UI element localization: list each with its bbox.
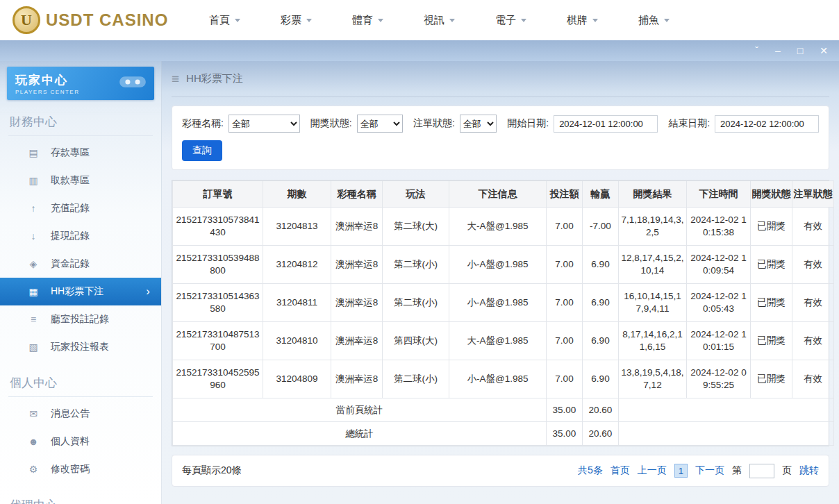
column-header: 下注信息: [449, 181, 547, 208]
cell: 31204813: [263, 208, 331, 246]
search-button[interactable]: 查詢: [182, 140, 222, 161]
column-header: 玩法: [383, 181, 449, 208]
lottery-label: 彩種名稱:: [182, 117, 224, 130]
cell: 2152173310573841430: [173, 208, 263, 246]
main-panel: ≡ HH彩票下注 彩種名稱: 全部 開獎狀態: 全部 注單狀態: 全部 開始日期…: [162, 61, 839, 504]
end-date-label: 結束日期:: [668, 117, 710, 130]
cell: 已開獎: [751, 208, 792, 246]
per-page-label: 每頁顯示20條: [182, 464, 242, 477]
next-page-link[interactable]: 下一页: [695, 464, 724, 477]
total-label: 總統計: [173, 422, 547, 446]
total-label: 當前頁統計: [173, 398, 547, 422]
filter-panel: 彩種名稱: 全部 開獎狀態: 全部 注單狀態: 全部 開始日期: 結束日期: 查…: [172, 106, 829, 170]
cell: 已開獎: [751, 246, 792, 284]
gamepad-icon: [119, 74, 146, 92]
sidebar-item[interactable]: ▥取款專區: [0, 167, 161, 194]
sidebar-item-label: 消息公告: [51, 408, 90, 420]
sidebar-item[interactable]: ≡廳室投註記錄: [0, 305, 161, 333]
nav-item[interactable]: 體育: [352, 14, 383, 27]
nav-item[interactable]: 電子: [495, 14, 526, 27]
cell: 31204811: [263, 284, 331, 322]
close-icon[interactable]: ✕: [820, 46, 828, 56]
nav-item[interactable]: 棋牌: [567, 14, 598, 27]
lottery-select[interactable]: 全部: [229, 115, 300, 133]
cell: 第二球(小): [383, 284, 449, 322]
sidebar-item[interactable]: ⚙修改密碼: [0, 455, 161, 483]
jump-link[interactable]: 跳转: [799, 464, 819, 477]
nav-item-label: 彩票: [281, 14, 301, 27]
start-date-label: 開始日期:: [507, 117, 549, 130]
cell: 12,8,17,4,15,2,10,14: [619, 246, 687, 284]
nav-item[interactable]: 彩票: [281, 14, 312, 27]
content-area: 玩家中心 PLAYERS CENTER 財務中心▤存款專區▥取款專區↑充值記錄↓…: [0, 61, 839, 504]
cell: 澳洲幸运8: [331, 322, 383, 360]
total-row: 總統計35.0020.60: [173, 422, 834, 446]
cell: 6.90: [583, 284, 619, 322]
sidebar-item[interactable]: ↓提現記錄: [0, 222, 161, 250]
players-center-title: 玩家中心: [15, 72, 79, 88]
pager: 共5条 首页 上一页 1 下一页 第 页 跳转: [578, 464, 819, 478]
start-date-input[interactable]: [554, 115, 658, 133]
draw-status-label: 開獎狀態:: [310, 117, 352, 130]
cell: 7.00: [547, 360, 583, 398]
column-header: 下注時間: [687, 181, 751, 208]
collapse-icon[interactable]: ˇ: [755, 46, 758, 56]
chevron-down-icon: [378, 19, 383, 22]
total-winloss: 20.60: [583, 398, 619, 422]
sidebar-item[interactable]: ☻個人資料: [0, 428, 161, 455]
first-page-link[interactable]: 首页: [610, 464, 630, 477]
cell: 2024-12-02 09:55:25: [687, 360, 751, 398]
minimize-icon[interactable]: –: [775, 46, 781, 56]
sidebar-item[interactable]: ↑充值記錄: [0, 194, 161, 222]
sidebar-item-label: 充值記錄: [51, 202, 90, 215]
menu-icon[interactable]: ≡: [172, 72, 179, 87]
cell: 已開獎: [751, 360, 792, 398]
end-date-input[interactable]: [715, 115, 819, 133]
bet-status-select[interactable]: 全部: [460, 115, 497, 133]
cell: 2152173310487513700: [173, 322, 263, 360]
nav-item-label: 體育: [352, 14, 373, 27]
sidebar-item-label: 廳室投註記錄: [51, 313, 109, 326]
page-jump-input[interactable]: [749, 464, 774, 478]
main-nav: 首頁彩票體育視訊電子棋牌捕魚: [176, 14, 826, 27]
sidebar-item[interactable]: ▦HH彩票下注›: [0, 278, 161, 305]
table-row: 215217331057384143031204813澳洲幸运8第二球(大)大-…: [173, 208, 834, 246]
total-bet: 35.00: [547, 398, 583, 422]
cell: 第二球(大): [383, 208, 449, 246]
sidebar-item-label: 取款專區: [51, 174, 90, 187]
column-header: 輸贏: [583, 181, 619, 208]
sidebar-item-label: 個人資料: [51, 435, 90, 448]
total-bet: 35.00: [547, 422, 583, 446]
prev-page-link[interactable]: 上一页: [638, 464, 667, 477]
cell: 有效: [792, 208, 834, 246]
table-row: 215217331051436358031204811澳洲幸运8第二球(小)小-…: [173, 284, 834, 322]
cell: 第二球(小): [383, 246, 449, 284]
cell: 澳洲幸运8: [331, 208, 383, 246]
bet-status-label: 注單狀態:: [413, 117, 455, 130]
maximize-icon[interactable]: □: [797, 46, 803, 56]
cell: 7,1,18,19,14,3,2,5: [619, 208, 687, 246]
table-row: 215217331048751370031204810澳洲幸运8第四球(大)大-…: [173, 322, 834, 360]
draw-status-select[interactable]: 全部: [357, 115, 403, 133]
players-center-header: 玩家中心 PLAYERS CENTER: [7, 67, 154, 100]
nav-item[interactable]: 首頁: [209, 14, 240, 27]
sidebar-item[interactable]: ▤存款專區: [0, 139, 161, 167]
nav-item[interactable]: 捕魚: [638, 14, 670, 27]
nav-item[interactable]: 視訊: [424, 14, 455, 27]
column-header: 彩種名稱: [331, 181, 383, 208]
sidebar-item[interactable]: ✉消息公告: [0, 400, 161, 428]
recharge-record-icon: ↑: [28, 203, 39, 214]
cell: 31204810: [263, 322, 331, 360]
cell: 小-A盤@1.985: [449, 360, 547, 398]
cell: 2024-12-02 10:05:43: [687, 284, 751, 322]
cashout-record-icon: ↓: [28, 230, 39, 242]
chevron-down-icon: [592, 19, 598, 22]
breadcrumb: ≡ HH彩票下注: [172, 61, 829, 97]
cell: 已開獎: [751, 284, 792, 322]
cell: 澳洲幸运8: [331, 246, 383, 284]
cell: 8,17,14,16,2,11,6,15: [619, 322, 687, 360]
sidebar-item[interactable]: ▧玩家投注報表: [0, 333, 161, 361]
cell: 2024-12-02 10:15:38: [687, 208, 751, 246]
sidebar-item[interactable]: ◈資金記錄: [0, 250, 161, 278]
current-page-badge[interactable]: 1: [674, 464, 688, 478]
